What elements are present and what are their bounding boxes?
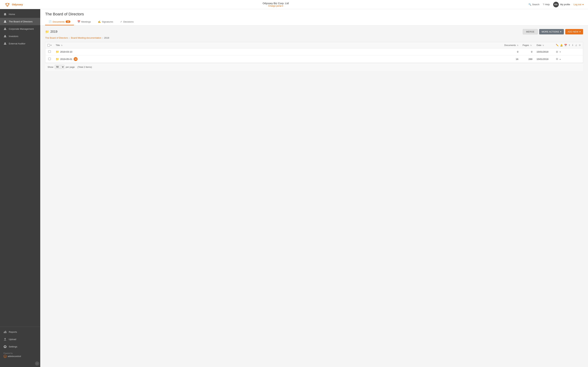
sidebar-nav: Home The Board of Directors Corporate Ma…: [0, 9, 40, 327]
change-portal-link[interactable]: Change portal ▾: [268, 5, 283, 7]
folder-icon: 📁: [45, 30, 49, 34]
admincontrol-icon: ac: [3, 355, 7, 358]
breadcrumb-link-board[interactable]: The Board of Directors: [45, 36, 68, 39]
corporate-person-icon: [3, 27, 7, 30]
tab-signatures[interactable]: ✍ Signatures: [94, 18, 117, 25]
table-header-row: ▾ Title ⇅ Documents ⇅ Pages: [45, 42, 583, 48]
row1-title-cell: 📁 2019-03-10: [53, 48, 502, 55]
svg-rect-12: [5, 331, 5, 333]
date-sort-icon: ⇅: [543, 44, 544, 46]
svg-rect-13: [5, 331, 6, 333]
row1-documents: 0: [517, 50, 518, 53]
table-row: 📁 2019-03-10 0 0 15/01/2019: [45, 48, 583, 55]
help-icon: ?: [543, 3, 544, 6]
help-button[interactable]: ? Help: [543, 3, 550, 6]
row2-checkbox-cell: [45, 55, 54, 63]
profile-area: KA My profile: [553, 2, 570, 7]
row1-pages-cell: 0: [520, 48, 535, 55]
svg-rect-14: [6, 332, 7, 333]
logo-area: Odyssey: [4, 1, 23, 8]
sidebar: Home The Board of Directors Corporate Ma…: [0, 9, 40, 367]
row2-documents-cell: 16: [502, 55, 520, 63]
sidebar-item-external-auditor[interactable]: External Auditor: [0, 40, 40, 47]
right-area: 🔍 Search ? Help KA My profile Log out ➜: [528, 2, 584, 7]
content-area: The Board of Directors 📄 Documents 16 📅 …: [40, 9, 588, 367]
row2-gear-button[interactable]: ⚙: [556, 58, 558, 61]
row2-folder-icon: 📁: [56, 58, 59, 61]
row1-date-cell: 15/01/2019: [535, 48, 554, 55]
more-actions-button[interactable]: MORE ACTIONS ▾: [539, 29, 564, 34]
tab-decisions[interactable]: ✓ Decisions: [117, 18, 137, 25]
row1-gear-button[interactable]: ⚙: [556, 50, 558, 53]
row2-title[interactable]: 2019-05-01: [60, 58, 72, 60]
sidebar-item-upload[interactable]: Upload: [0, 335, 40, 343]
toolbar-buttons: MERGE MORE ACTIONS ▾ ADD NEW ▾: [523, 29, 583, 34]
row1-documents-cell: 0: [502, 48, 520, 55]
row1-pages: 0: [531, 50, 532, 53]
th-print-icon[interactable]: 🖨: [575, 44, 577, 47]
breadcrumb-link-board-meeting[interactable]: Board Meeting documentation: [71, 36, 101, 39]
meetings-tab-icon: 📅: [77, 20, 80, 23]
tab-meetings[interactable]: 📅 Meetings: [74, 18, 95, 25]
merge-button[interactable]: MERGE: [523, 29, 538, 34]
th-download-icon[interactable]: ⬇: [572, 44, 574, 47]
row1-actions-cell: ⚙ ▾: [554, 48, 583, 55]
row1-checkbox-cell: [45, 48, 54, 55]
row2-actions-cell: ⚙ ▴: [554, 55, 583, 63]
th-share-icon[interactable]: ⬆: [568, 44, 570, 47]
svg-point-10: [4, 42, 6, 44]
table-footer: Show 50 25 100 per page (Total 2 Items): [45, 63, 583, 71]
row1-title[interactable]: 2019-03-10: [60, 50, 72, 53]
title-sort-icon: ⇅: [61, 44, 62, 46]
th-title[interactable]: Title ⇅: [53, 42, 502, 48]
th-documents[interactable]: Documents ⇅: [502, 42, 520, 48]
row2-date-cell: 15/01/2019: [535, 55, 554, 63]
svg-point-9: [4, 35, 6, 36]
page-header: The Board of Directors 📄 Documents 16 📅 …: [40, 9, 588, 25]
sidebar-item-board[interactable]: The Board of Directors: [0, 18, 40, 25]
row2-checkbox[interactable]: [48, 58, 51, 60]
row1-checkbox[interactable]: [48, 50, 51, 53]
sidebar-item-corporate[interactable]: Corporate Management: [0, 25, 40, 33]
page-title: The Board of Directors: [45, 12, 583, 17]
per-page-select[interactable]: 50 25 100: [55, 65, 64, 69]
sidebar-item-investors[interactable]: Investors: [0, 33, 40, 40]
select-all-checkbox[interactable]: [47, 44, 50, 47]
board-person-icon: [3, 20, 7, 23]
th-edit-icon[interactable]: ✏️: [556, 44, 559, 47]
th-bell-icon[interactable]: 🔔: [560, 44, 563, 47]
documents-tab-badge: 16: [66, 20, 70, 23]
search-icon: 🔍: [528, 3, 531, 6]
th-calendar-icon[interactable]: 📅: [564, 44, 567, 47]
sidebar-item-reports[interactable]: Reports: [0, 328, 40, 335]
checkbox-dropdown-icon[interactable]: ▾: [51, 44, 52, 46]
sidebar-item-settings[interactable]: Settings: [0, 343, 40, 350]
tab-documents[interactable]: 📄 Documents 16: [45, 18, 74, 25]
breadcrumb: The Board of Directors › Board Meeting d…: [45, 36, 583, 39]
folder-title: 2019: [50, 30, 57, 33]
upload-icon: [3, 338, 7, 341]
sidebar-collapse-button[interactable]: ‹: [35, 361, 39, 366]
pages-sort-icon: ⇅: [530, 44, 532, 46]
svg-point-7: [4, 20, 6, 22]
row1-chevron-button[interactable]: ▾: [559, 51, 561, 53]
signatures-tab-icon: ✍: [98, 20, 101, 23]
main-layout: Home The Board of Directors Corporate Ma…: [0, 9, 588, 367]
th-date[interactable]: Date ⇅: [535, 42, 554, 48]
search-button[interactable]: 🔍 Search: [528, 3, 539, 6]
row2-date: 15/01/2019: [536, 58, 548, 60]
svg-line-5: [8, 4, 8, 5]
th-pages[interactable]: Pages ⇅: [520, 42, 535, 48]
breadcrumb-current: 2019: [104, 36, 109, 39]
row1-folder-icon: 📁: [56, 50, 59, 53]
show-label: Show: [48, 66, 53, 68]
th-gear-icon[interactable]: ⚙: [579, 44, 581, 47]
sidebar-item-home[interactable]: Home: [0, 10, 40, 18]
logout-icon: ➜: [582, 3, 584, 6]
th-actions: ✏️ 🔔 📅 ⬆ ⬇ 🖨 ⚙: [554, 42, 583, 48]
row2-chevron-up-button[interactable]: ▴: [559, 58, 561, 60]
add-new-button[interactable]: ADD NEW ▾: [565, 29, 583, 34]
th-checkbox: ▾: [45, 42, 54, 48]
logout-button[interactable]: Log out ➜: [574, 3, 584, 6]
center-area: Odyssey Biz Corp. Ltd Change portal ▾: [263, 2, 289, 7]
